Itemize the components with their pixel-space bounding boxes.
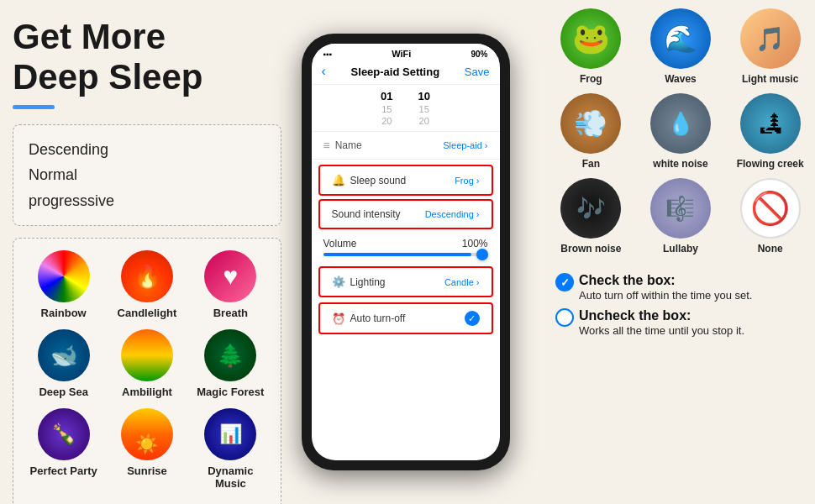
check-desc: Auto turn off within the time you set. <box>579 289 752 302</box>
sound-waves[interactable]: 🌊 Waves <box>640 8 722 85</box>
sound-intensity-label: Sound intensity <box>332 208 401 220</box>
sound-brownnoise[interactable]: 🎶 Brown noise <box>550 178 632 255</box>
sound-whitenoise[interactable]: 💧 white noise <box>640 93 722 170</box>
headline: Get More Deep Sleep <box>13 17 281 98</box>
sleep-sound-value: Frog › <box>455 176 479 186</box>
auto-turnoff-label: Auto turn-off <box>350 312 406 324</box>
deepsea-icon <box>38 329 90 381</box>
volume-slider-fill <box>323 253 471 256</box>
volume-value: 100% <box>462 238 488 249</box>
lullaby-icon: 🎼 <box>650 178 711 239</box>
modes-box: Descending Normal progresssive <box>13 124 281 227</box>
dynamic-label: Dynamic Music <box>195 465 266 490</box>
brownnoise-icon: 🎶 <box>560 178 621 239</box>
sound-fan[interactable]: 💨 Fan <box>550 93 632 170</box>
name-value: Sleep-aid › <box>443 140 487 150</box>
ambilight-icon <box>121 329 173 381</box>
time-bot-2: 20 <box>419 116 429 126</box>
time-mid-2: 15 <box>419 104 429 114</box>
icon-candle[interactable]: 🔥 Candlelight <box>111 250 182 319</box>
none-icon: 🚫 <box>740 178 801 239</box>
phone-title-bar: ‹ Sleep-aid Setting Save <box>312 60 500 85</box>
lighting-value: Candle › <box>444 277 480 287</box>
frog-icon: 🐸 <box>560 8 621 69</box>
sound-creek[interactable]: 🏞 Flowing creek <box>729 93 811 170</box>
creek-icon: 🏞 <box>740 93 801 154</box>
battery-status: 90% <box>471 50 487 59</box>
candle-icon: 🔥 <box>121 250 173 302</box>
candle-label: Candlelight <box>118 307 177 319</box>
icon-party[interactable]: Perfect Party <box>28 408 99 490</box>
phone-section: ▪▪▪ WiFi 90% ‹ Sleep-aid Setting Save 01… <box>281 4 529 500</box>
sunrise-icon: ☀️ <box>121 408 173 460</box>
waves-icon: 🌊 <box>650 8 711 69</box>
sound-lullaby[interactable]: 🎼 Lullaby <box>640 178 722 255</box>
back-button[interactable]: ‹ <box>322 64 326 79</box>
icons-row-1: Rainbow 🔥 Candlelight Breath <box>22 250 272 319</box>
icon-sunrise[interactable]: ☀️ Sunrise <box>111 408 182 490</box>
uncheck-desc: Works all the time until you stop it. <box>579 324 744 337</box>
sound-frog[interactable]: 🐸 Frog <box>550 8 632 85</box>
uncheck-text: Uncheck the box: Works all the time unti… <box>579 308 744 337</box>
name-label: Name <box>335 139 362 151</box>
lighting-row[interactable]: ⚙️ Lighting Candle › <box>318 266 493 297</box>
lighting-icon: ⚙️ <box>332 276 345 288</box>
icon-breath[interactable]: Breath <box>195 250 266 319</box>
time-picker: 01 15 20 10 15 20 <box>312 85 500 132</box>
creek-label: Flowing creek <box>737 158 804 170</box>
sleep-sound-row[interactable]: 🔔 Sleep sound Frog › <box>318 165 493 196</box>
mode-progressive: progresssive <box>29 188 266 214</box>
sound-intensity-row[interactable]: Sound intensity Descending › <box>318 199 493 229</box>
ambilight-label: Ambilight <box>122 386 172 398</box>
time-col-2: 10 15 20 <box>418 90 430 126</box>
right-section: 🐸 Frog 🌊 Waves 🎵 Light music 💨 Fan 💧 whi… <box>550 8 811 344</box>
wifi-icon: WiFi <box>392 49 411 59</box>
sound-lightmusic[interactable]: 🎵 Light music <box>729 8 811 85</box>
forest-label: Magic Forest <box>197 386 264 398</box>
party-icon <box>38 408 90 460</box>
save-button[interactable]: Save <box>465 66 490 78</box>
name-row: ≡ Name Sleep-aid › <box>312 132 500 160</box>
phone-outer: ▪▪▪ WiFi 90% ‹ Sleep-aid Setting Save 01… <box>302 34 510 470</box>
info-section: ✓ Check the box: Auto turn off within th… <box>550 266 811 337</box>
forest-icon <box>204 329 256 381</box>
sound-none[interactable]: 🚫 None <box>729 178 811 255</box>
sound-intensity-value: Descending › <box>425 209 480 219</box>
icon-deepsea[interactable]: Deep Sea <box>28 329 99 398</box>
left-section: Get More Deep Sleep Descending Normal pr… <box>13 17 281 504</box>
party-label: Perfect Party <box>30 465 97 477</box>
icon-ambilight[interactable]: Ambilight <box>111 329 182 398</box>
time-top-1: 01 <box>381 90 392 102</box>
auto-turnoff-checkbox[interactable]: ✓ <box>465 311 480 326</box>
volume-slider-track[interactable] <box>323 253 488 256</box>
icons-row-2: Deep Sea Ambilight Magic Forest <box>22 329 272 398</box>
auto-turnoff-row[interactable]: ⏰ Auto turn-off ✓ <box>318 302 493 334</box>
deepsea-label: Deep Sea <box>39 386 88 398</box>
time-col-1: 01 15 20 <box>381 90 392 126</box>
mode-normal: Normal <box>29 162 266 188</box>
lighting-icons-box: Rainbow 🔥 Candlelight Breath Deep Sea Am… <box>13 238 281 504</box>
icons-row-3: Perfect Party ☀️ Sunrise 📊 Dynamic Music <box>22 408 272 490</box>
bell-icon: 🔔 <box>332 174 345 186</box>
lullaby-label: Lullaby <box>663 243 698 255</box>
breath-icon <box>204 250 256 302</box>
headline-line2: Deep Sleep <box>13 57 281 97</box>
fan-icon: 💨 <box>560 93 621 154</box>
frog-label: Frog <box>580 73 602 85</box>
signal-icon: ▪▪▪ <box>323 50 333 59</box>
icon-forest[interactable]: Magic Forest <box>195 329 266 398</box>
uncheck-title: Uncheck the box: <box>579 308 744 323</box>
check-icon-filled: ✓ <box>555 273 574 291</box>
time-top-2: 10 <box>418 90 430 102</box>
check-text: Check the box: Auto turn off within the … <box>579 273 752 302</box>
icon-rainbow[interactable]: Rainbow <box>28 250 99 319</box>
waves-label: Waves <box>665 73 697 85</box>
breath-label: Breath <box>213 307 248 319</box>
blue-accent-bar <box>13 105 55 109</box>
check-row: ✓ Check the box: Auto turn off within th… <box>555 273 806 302</box>
whitenoise-icon: 💧 <box>650 93 711 154</box>
whitenoise-label: white noise <box>653 158 707 170</box>
icon-dynamic[interactable]: 📊 Dynamic Music <box>195 408 266 490</box>
lightmusic-icon: 🎵 <box>740 8 801 69</box>
volume-slider-thumb[interactable] <box>476 249 488 260</box>
